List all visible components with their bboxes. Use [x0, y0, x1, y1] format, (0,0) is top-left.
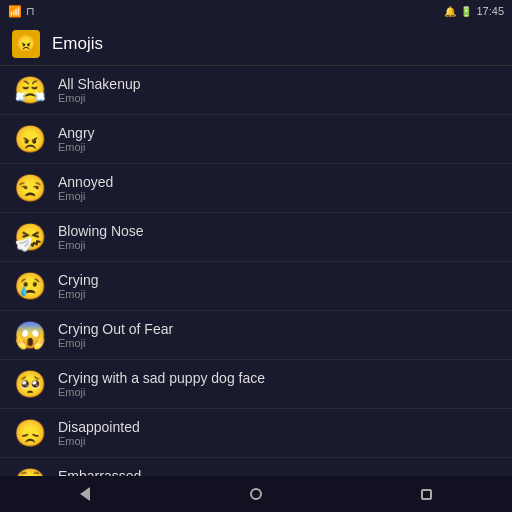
bottom-nav: [0, 476, 512, 512]
emoji-icon: 😱: [12, 317, 48, 353]
status-right: 🔔 🔋 17:45: [444, 5, 504, 17]
item-subtitle: Emoji: [58, 435, 140, 447]
recent-button[interactable]: [407, 476, 447, 512]
emoji-icon: 😤: [12, 72, 48, 108]
item-name: All Shakenup: [58, 76, 141, 92]
recent-icon: [421, 489, 432, 500]
item-name: Angry: [58, 125, 95, 141]
item-text: Crying with a sad puppy dog face Emoji: [58, 370, 265, 398]
list-item[interactable]: 😤 All Shakenup Emoji: [0, 66, 512, 115]
item-text: Embarrassed Emoji: [58, 468, 141, 476]
item-name: Disappointed: [58, 419, 140, 435]
list-item[interactable]: 😱 Crying Out of Fear Emoji: [0, 311, 512, 360]
battery-icon: 🔋: [460, 6, 472, 17]
time-display: 17:45: [476, 5, 504, 17]
item-name: Annoyed: [58, 174, 113, 190]
list-item[interactable]: 😢 Crying Emoji: [0, 262, 512, 311]
signal-icon: 📶: [8, 5, 22, 18]
emoji-icon: 🥺: [12, 366, 48, 402]
item-text: All Shakenup Emoji: [58, 76, 141, 104]
item-subtitle: Emoji: [58, 92, 141, 104]
list-item[interactable]: 😒 Annoyed Emoji: [0, 164, 512, 213]
item-subtitle: Emoji: [58, 337, 173, 349]
item-subtitle: Emoji: [58, 239, 144, 251]
item-text: Crying Emoji: [58, 272, 98, 300]
back-button[interactable]: [65, 476, 105, 512]
item-name: Crying with a sad puppy dog face: [58, 370, 265, 386]
emoji-list: 😤 All Shakenup Emoji 😠 Angry Emoji 😒 Ann…: [0, 66, 512, 476]
list-item[interactable]: 😳 Embarrassed Emoji: [0, 458, 512, 476]
item-name: Crying Out of Fear: [58, 321, 173, 337]
emoji-icon: 😳: [12, 464, 48, 476]
emoji-icon: 🤧: [12, 219, 48, 255]
item-text: Disappointed Emoji: [58, 419, 140, 447]
app-icon: 😠: [12, 30, 40, 58]
emoji-icon: 😢: [12, 268, 48, 304]
back-icon: [80, 487, 90, 501]
home-button[interactable]: [236, 476, 276, 512]
app-bar: 😠 Emojis: [0, 22, 512, 66]
item-text: Annoyed Emoji: [58, 174, 113, 202]
item-name: Crying: [58, 272, 98, 288]
wifi-icon: ⊓: [26, 5, 35, 18]
emoji-icon: 😞: [12, 415, 48, 451]
emoji-icon: 😒: [12, 170, 48, 206]
item-text: Blowing Nose Emoji: [58, 223, 144, 251]
emoji-icon: 😠: [12, 121, 48, 157]
item-subtitle: Emoji: [58, 190, 113, 202]
item-subtitle: Emoji: [58, 141, 95, 153]
status-left: 📶 ⊓: [8, 5, 35, 18]
item-name: Blowing Nose: [58, 223, 144, 239]
app-title: Emojis: [52, 34, 103, 54]
item-text: Crying Out of Fear Emoji: [58, 321, 173, 349]
list-item[interactable]: 😠 Angry Emoji: [0, 115, 512, 164]
status-bar: 📶 ⊓ 🔔 🔋 17:45: [0, 0, 512, 22]
notification-icon: 🔔: [444, 6, 456, 17]
list-item[interactable]: 😞 Disappointed Emoji: [0, 409, 512, 458]
home-icon: [250, 488, 262, 500]
item-subtitle: Emoji: [58, 288, 98, 300]
item-subtitle: Emoji: [58, 386, 265, 398]
item-text: Angry Emoji: [58, 125, 95, 153]
list-item[interactable]: 🥺 Crying with a sad puppy dog face Emoji: [0, 360, 512, 409]
item-name: Embarrassed: [58, 468, 141, 476]
list-item[interactable]: 🤧 Blowing Nose Emoji: [0, 213, 512, 262]
